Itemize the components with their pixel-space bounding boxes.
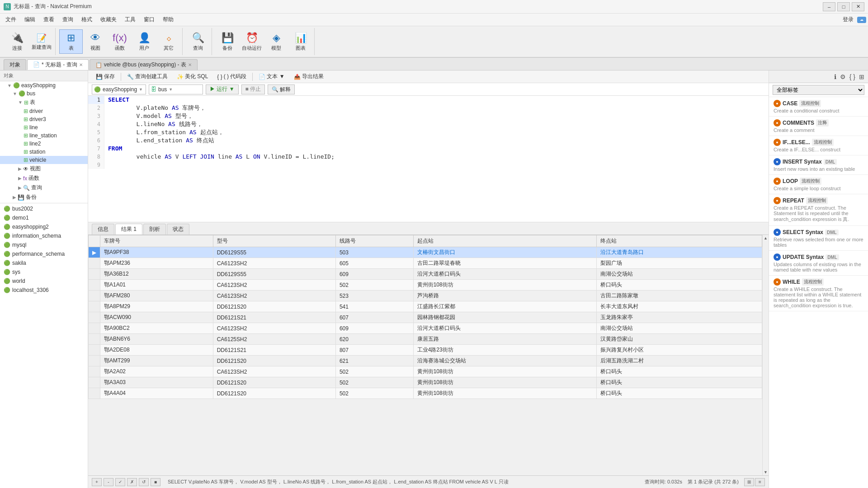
tab-result1[interactable]: 结果 1 <box>115 224 142 235</box>
sidebar-item-line-station[interactable]: ⊞ line_station <box>0 131 88 140</box>
info-icon[interactable]: ℹ <box>834 73 836 80</box>
menu-view[interactable]: 查看 <box>40 14 58 25</box>
database-select[interactable]: 🗄 bus ▼ <box>149 84 203 94</box>
chart-button[interactable]: 📊 图表 <box>289 29 312 54</box>
sidebar-item-station[interactable]: ⊞ station <box>0 148 88 156</box>
col-fromstation[interactable]: 起点站 <box>413 235 596 247</box>
columns-icon[interactable]: ⊞ <box>859 73 864 80</box>
scroll-down-arrow[interactable]: ▼ <box>763 469 769 475</box>
grid-view-button[interactable]: ⊞ <box>744 478 754 486</box>
sidebar-item-views-folder[interactable]: ▶ 👁 视图 <box>0 164 88 174</box>
sidebar-item-tables-folder[interactable]: ▼ ⊞ 表 <box>0 98 88 107</box>
table-row[interactable]: 鄂A4A04DD6121S20502黄州街108街坊桥口码头 <box>89 388 762 399</box>
sidebar-conn-sys[interactable]: 🟢 sys <box>0 267 88 277</box>
col-plateno[interactable]: 车牌号 <box>100 235 213 247</box>
backup-button[interactable]: 💾 备份 <box>216 29 239 54</box>
autorun-button[interactable]: ⏰ 自动运行 <box>240 29 264 54</box>
export-button[interactable]: 📤 导出结果 <box>290 72 328 82</box>
sidebar-item-line[interactable]: ⊞ line <box>0 123 88 131</box>
menu-file[interactable]: 文件 <box>2 14 20 25</box>
cancel-change-button[interactable]: ✗ <box>127 478 137 486</box>
snippet-item-insert[interactable]: ● INSERT Syntax DML Insert new rows into… <box>769 155 868 175</box>
sidebar-conn-easyshopping2[interactable]: 🟢 easyshopping2 <box>0 222 88 231</box>
user-button[interactable]: 👤 用户 <box>132 29 156 54</box>
menu-edit[interactable]: 编辑 <box>21 14 39 25</box>
tab-status[interactable]: 状态 <box>167 224 189 235</box>
func-button[interactable]: f(x) 函数 <box>108 29 132 54</box>
sidebar-item-driver[interactable]: ⊞ driver <box>0 107 88 115</box>
tab-query[interactable]: 📄 * 无标题 - 查询 ✕ <box>27 59 89 70</box>
menu-favorites[interactable]: 收藏夹 <box>97 14 120 25</box>
sidebar-item-driver3[interactable]: ⊞ driver3 <box>0 115 88 123</box>
menu-window[interactable]: 窗口 <box>140 14 158 25</box>
list-view-button[interactable]: ≡ <box>755 478 765 486</box>
connect-button[interactable]: 🔌 连接 <box>5 29 29 54</box>
col-model[interactable]: 型号 <box>213 235 335 247</box>
table-row[interactable]: 鄂ACW090DD6121S21607园林路钢都花园玉龙路朱家亭 <box>89 312 762 323</box>
stop-button[interactable]: ■ 停止 <box>241 84 265 94</box>
snippet-item-while[interactable]: ● WHILE 流程控制 Create a WHILE construct. T… <box>769 276 868 311</box>
beautify-button[interactable]: ✨ 美化 SQL <box>173 72 212 82</box>
sidebar-conn-performance-schema[interactable]: 🟢 performance_schema <box>0 249 88 258</box>
col-endstation[interactable]: 终点站 <box>596 235 762 247</box>
table-row[interactable]: 鄂A36B12DD6129S55609沿河大道桥口码头南湖公交场站 <box>89 269 762 280</box>
table-row[interactable]: 鄂A2A02CA6123SH2502黄州街108街坊桥口码头 <box>89 366 762 377</box>
table-row[interactable]: 鄂AFM280CA6123SH2523芦沟桥路古田二路陈家墩 <box>89 291 762 301</box>
snippet-item-case[interactable]: ● CASE 流程控制 Create a conditional constru… <box>769 97 868 117</box>
table-row[interactable]: 鄂AMT299DD6121S20621沿海赛洛城公交场站后湖五路洗湖二村 <box>89 356 762 366</box>
tab-query-close[interactable]: ✕ <box>79 62 83 67</box>
sidebar-conn-bus2002[interactable]: 🟢 bus2002 <box>0 204 88 213</box>
table-row[interactable]: 鄂A8PM29DD6121S20541江盛路长江紫都长丰大道东风村 <box>89 301 762 312</box>
snippets-filter-select[interactable]: 全部标签 <box>773 85 864 95</box>
snippet-item-comments[interactable]: ● COMMENTS 注释 Create a comment <box>769 117 868 136</box>
snippet-item-loop[interactable]: ● LOOP 流程控制 Create a simple loop constru… <box>769 175 868 194</box>
scroll-up-arrow[interactable]: ▲ <box>763 235 769 241</box>
sidebar-item-bus[interactable]: ▼ 🟢 bus <box>0 89 88 98</box>
add-row-button[interactable]: + <box>92 478 102 486</box>
confirm-button[interactable]: ✓ <box>115 478 125 486</box>
maximize-button[interactable]: □ <box>837 2 850 11</box>
sidebar-item-backup[interactable]: ▶ 💾 备份 <box>0 192 88 202</box>
save-button[interactable]: 💾 保存 <box>92 72 119 82</box>
table-row[interactable]: 鄂A2DE08DD6121S21807工业4路23街坊振兴路复兴村小区 <box>89 345 762 356</box>
sidebar-conn-localhost[interactable]: 🟢 localhost_3306 <box>0 286 88 295</box>
sidebar-header[interactable]: 对象 <box>0 70 88 81</box>
braces-icon[interactable]: { } <box>849 73 855 80</box>
delete-row-button[interactable]: - <box>104 478 113 486</box>
menu-tools[interactable]: 工具 <box>121 14 139 25</box>
menu-query[interactable]: 查询 <box>59 14 77 25</box>
tab-vehicle[interactable]: 📋 vehicle @bus (easyShopping) - 表 ✕ <box>90 59 198 70</box>
table-row[interactable]: 鄂A90BC2CA6123SH2609沿河大道桥口码头南湖公交场站 <box>89 323 762 334</box>
login-button[interactable]: 登录 <box>843 16 854 23</box>
query-builder-button[interactable]: 🔧 查询创建工具 <box>123 72 172 82</box>
new-query-button[interactable]: 📝 新建查询 <box>30 29 53 54</box>
sidebar-conn-information-schema[interactable]: 🟢 information_schema <box>0 231 88 240</box>
table-row[interactable]: 鄂A3A03DD6121S20502黄州街108街坊桥口码头 <box>89 377 762 388</box>
view-button[interactable]: 👁 视图 <box>84 29 107 54</box>
sidebar-conn-demo1[interactable]: 🟢 demo1 <box>0 213 88 222</box>
sidebar-item-line2[interactable]: ⊞ line2 <box>0 140 88 148</box>
sidebar-item-vehicle[interactable]: ⊞ vehicle <box>0 156 88 164</box>
snippet-item-update[interactable]: ● UPDATE Syntax DML Updates columns of e… <box>769 251 868 276</box>
sql-editor[interactable]: 1 SELECT 2 V.plateNo AS 车牌号， 3 V.model A… <box>88 96 769 222</box>
minimize-button[interactable]: – <box>823 2 835 11</box>
other-button[interactable]: ⬦ 其它 <box>157 29 180 54</box>
snippet-item-repeat[interactable]: ● REPEAT 流程控制 Create a REPEAT construct.… <box>769 194 868 226</box>
explain-button[interactable]: 🔍 解释 <box>268 84 295 94</box>
sidebar-item-functions-folder[interactable]: ▶ fx 函数 <box>0 174 88 183</box>
text-button[interactable]: 📄 文本 ▼ <box>255 72 288 82</box>
sidebar-item-queries-folder[interactable]: ▶ 🔍 查询 <box>0 183 88 192</box>
sidebar-item-easyshopping[interactable]: ▼ 🟢 easyShopping <box>0 81 88 89</box>
connection-select[interactable]: 🟢 easyShopping ▼ <box>92 84 146 94</box>
code-block-button[interactable]: { } ( ) 代码段 <box>213 72 250 82</box>
sidebar-conn-sakila[interactable]: 🟢 sakila <box>0 258 88 267</box>
sidebar-conn-mysql[interactable]: 🟢 mysql <box>0 240 88 249</box>
settings-icon[interactable]: ⚙ <box>840 73 846 80</box>
menu-help[interactable]: 帮助 <box>159 14 177 25</box>
sidebar-conn-world[interactable]: 🟢 world <box>0 277 88 286</box>
stop-status-button[interactable]: ■ <box>151 478 160 486</box>
table-button[interactable]: ⊞ 表 <box>59 29 83 54</box>
col-lineno[interactable]: 线路号 <box>335 235 413 247</box>
model-button[interactable]: ◈ 模型 <box>264 29 288 54</box>
tab-info[interactable]: 信息 <box>92 224 114 235</box>
